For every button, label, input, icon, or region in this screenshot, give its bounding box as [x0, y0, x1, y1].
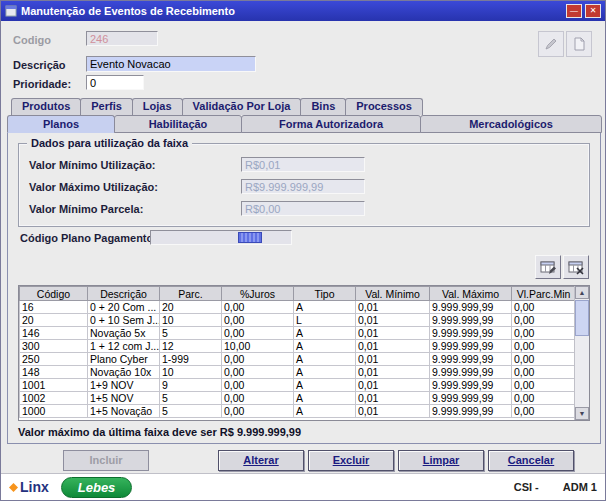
table-cell: 5: [160, 392, 222, 405]
table-cell: 9.999.999,99: [430, 379, 512, 392]
tab-produtos[interactable]: Produtos: [11, 98, 81, 115]
document-icon: [571, 36, 587, 52]
table-cell: 9.999.999,99: [430, 301, 512, 314]
table-cell: 0,00: [222, 327, 294, 340]
table-cell: 0,00: [512, 392, 576, 405]
table-row[interactable]: 3001 + 12 com J...1210,00A0,019.999.999,…: [20, 340, 576, 353]
column-header[interactable]: %Juros: [222, 287, 294, 301]
table-cell: A: [294, 392, 356, 405]
table-row[interactable]: 200 + 10 Sem J...100,00L0,019.999.999,99…: [20, 314, 576, 327]
lebes-logo: Lebes: [61, 477, 133, 498]
edit-button[interactable]: [538, 31, 564, 57]
scroll-up-icon[interactable]: ▲: [575, 286, 589, 299]
max-value-note: Valor máximo da última faixa deve ser R$…: [18, 426, 301, 438]
column-header[interactable]: Tipo: [294, 287, 356, 301]
cancelar-button[interactable]: Cancelar: [488, 450, 574, 471]
table-cell: 9.999.999,99: [430, 340, 512, 353]
table-cell: 0 + 20 Com ...: [88, 301, 160, 314]
descricao-field[interactable]: Evento Novacao: [86, 56, 256, 72]
tab-mercadologicos[interactable]: Mercadológicos: [420, 115, 602, 133]
column-header[interactable]: Descrição: [88, 287, 160, 301]
table-header-row: CódigoDescriçãoParc.%JurosTipoVal. Mínim…: [20, 287, 576, 301]
edit-plan-row-button[interactable]: [535, 255, 561, 279]
table-cell: 0,00: [222, 314, 294, 327]
table-row[interactable]: 250Plano Cyber1-9990,00A0,019.999.999,99…: [20, 353, 576, 366]
close-button[interactable]: ✕: [585, 4, 601, 18]
table-cell: 0,01: [356, 366, 430, 379]
excluir-button[interactable]: Excluir: [308, 450, 394, 471]
linx-spark-icon: [9, 483, 18, 492]
tab-forma-autorizadora[interactable]: Forma Autorizadora: [241, 115, 421, 133]
scrollbar-thumb[interactable]: [575, 300, 589, 336]
table-cell: 0,01: [356, 314, 430, 327]
codigo-plano-pagamento-label: Código Plano Pagamento: [20, 232, 153, 244]
table-cell: Novação 5x: [88, 327, 160, 340]
minimize-button[interactable]: —: [566, 4, 582, 18]
table-row[interactable]: 146Novação 5x50,00A0,019.999.999,990,00: [20, 327, 576, 340]
table-cell: 0,00: [512, 405, 576, 418]
table-cell: Novação 10x: [88, 366, 160, 379]
valor-minimo-parcela-label: Valor Mínimo Parcela:: [29, 203, 143, 215]
table-cell: 9.999.999,99: [430, 327, 512, 340]
table-cell: 0,00: [222, 405, 294, 418]
column-header[interactable]: Código: [20, 287, 88, 301]
tab-processos[interactable]: Processos: [345, 98, 423, 115]
column-header[interactable]: Val. Máximo: [430, 287, 512, 301]
delete-plan-row-button[interactable]: [563, 255, 589, 279]
tab-habilitacao[interactable]: Habilitação: [114, 115, 242, 133]
faixa-groupbox-title: Dados para utilização da faixa: [27, 137, 192, 149]
tab-perfis[interactable]: Perfis: [80, 98, 133, 115]
limpar-button[interactable]: Limpar: [398, 450, 484, 471]
scrollbar-thumb[interactable]: [238, 232, 262, 243]
scroll-down-icon[interactable]: ▼: [575, 407, 589, 420]
column-header[interactable]: Vl.Parc.Min: [512, 287, 576, 301]
column-header[interactable]: Parc.: [160, 287, 222, 301]
table-vertical-scrollbar[interactable]: ▲ ▼: [574, 286, 589, 420]
table-cell: 0,01: [356, 340, 430, 353]
tab-planos[interactable]: Planos: [7, 115, 115, 133]
incluir-button[interactable]: Incluir: [63, 450, 149, 471]
tab-validacao-por-loja[interactable]: Validação Por Loja: [182, 98, 302, 115]
table-cell: 1001: [20, 379, 88, 392]
new-document-button[interactable]: [566, 31, 592, 57]
table-cell: 16: [20, 301, 88, 314]
table-cell: A: [294, 366, 356, 379]
codigo-plano-pagamento-scrollbar[interactable]: [150, 230, 292, 245]
window-title: Manutenção de Eventos de Recebimento: [21, 5, 235, 17]
table-edit-icon: [540, 259, 557, 276]
valor-minimo-utilizacao-label: Valor Mínimo Utilização:: [29, 159, 156, 171]
valor-maximo-utilizacao-field[interactable]: R$9.999.999,99: [241, 179, 365, 194]
table-row[interactable]: 10021+5 NOV50,00A0,019.999.999,990,00: [20, 392, 576, 405]
table-row[interactable]: 160 + 20 Com ...200,00A0,019.999.999,990…: [20, 301, 576, 314]
tab-lojas[interactable]: Lojas: [132, 98, 183, 115]
table-cell: 1 + 12 com J...: [88, 340, 160, 353]
codigo-field[interactable]: 246: [86, 31, 158, 46]
table-cell: 0,01: [356, 327, 430, 340]
table-cell: 0,00: [512, 366, 576, 379]
titlebar[interactable]: Manutenção de Eventos de Recebimento — ✕: [1, 1, 605, 21]
valor-minimo-utilizacao-field[interactable]: R$0,01: [241, 157, 365, 172]
table-cell: 148: [20, 366, 88, 379]
prioridade-field[interactable]: 0: [86, 75, 144, 90]
table-cell: 9.999.999,99: [430, 392, 512, 405]
column-header[interactable]: Val. Mínimo: [356, 287, 430, 301]
table-cell: 0,00: [222, 392, 294, 405]
table-row[interactable]: 10001+5 Novação50,00A0,019.999.999,990,0…: [20, 405, 576, 418]
table-cell: 0,00: [512, 353, 576, 366]
status-adm: ADM 1: [563, 481, 597, 493]
table-cell: 0,00: [512, 340, 576, 353]
table-cell: 0,00: [512, 314, 576, 327]
table-cell: Plano Cyber: [88, 353, 160, 366]
table-cell: 5: [160, 327, 222, 340]
table-row[interactable]: 10011+9 NOV90,00A0,019.999.999,990,00: [20, 379, 576, 392]
plan-table-body: 160 + 20 Com ...200,00A0,019.999.999,990…: [20, 301, 576, 418]
table-cell: 300: [20, 340, 88, 353]
table-cell: 10: [160, 314, 222, 327]
alterar-button[interactable]: Alterar: [218, 450, 304, 471]
valor-minimo-parcela-field[interactable]: R$0,00: [241, 201, 365, 216]
table-row[interactable]: 148Novação 10x100,00A0,019.999.999,990,0…: [20, 366, 576, 379]
tab-bins[interactable]: Bins: [300, 98, 346, 115]
table-cell: 0,00: [512, 301, 576, 314]
table-cell: 9.999.999,99: [430, 314, 512, 327]
table-cell: 0,00: [222, 366, 294, 379]
